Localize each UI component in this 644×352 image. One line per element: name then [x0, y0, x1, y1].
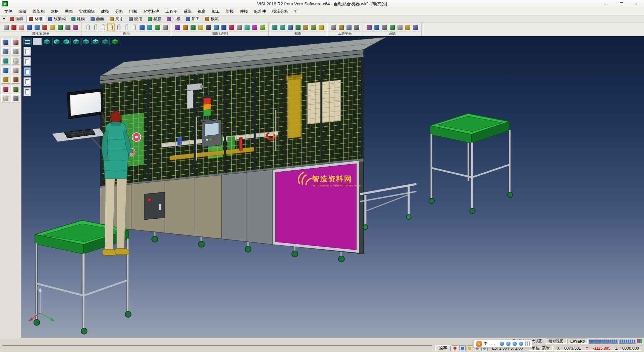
view-list-icon[interactable] — [23, 38, 32, 45]
normals-display-icon[interactable] — [161, 24, 169, 31]
menu-mesh[interactable]: 网格 — [48, 8, 62, 15]
ime-emoji-icon[interactable] — [500, 342, 504, 346]
zoom-select-icon[interactable] — [1, 38, 10, 46]
clip-plane-icon[interactable] — [235, 24, 243, 31]
calc-pad-icon[interactable] — [11, 66, 20, 74]
highlight-icon[interactable] — [467, 345, 473, 351]
shadow-icon[interactable] — [205, 24, 212, 31]
uv-display-icon[interactable] — [154, 24, 161, 31]
grid-display-icon[interactable] — [146, 24, 153, 31]
calculator-icon[interactable] — [396, 24, 404, 31]
system-gear-icon[interactable] — [381, 24, 388, 31]
tab-dimension[interactable]: 尺寸 — [107, 16, 126, 22]
light-icon[interactable] — [197, 24, 204, 31]
ime-voice-icon[interactable] — [506, 342, 511, 346]
filter-add-icon[interactable] — [33, 24, 41, 31]
menu-system[interactable]: 系统 — [180, 8, 195, 15]
slanted-plane-icon[interactable] — [412, 24, 419, 31]
sketch-grid-icon[interactable] — [1, 47, 10, 55]
background-icon[interactable] — [220, 24, 227, 31]
tsquare-icon[interactable] — [1, 76, 10, 84]
ime-keyboard-icon[interactable] — [513, 342, 517, 346]
sheet-button-1[interactable] — [23, 47, 31, 56]
menu-wireframe[interactable]: 线架构 — [30, 8, 48, 15]
snap-pin-icon[interactable] — [452, 345, 458, 351]
material-icon[interactable] — [181, 24, 189, 31]
paint-palette-icon[interactable] — [1, 85, 10, 93]
menu-drawing[interactable]: 工程图 — [162, 8, 180, 15]
view-cube-dimetric-icon[interactable] — [111, 38, 119, 45]
note-pad-icon[interactable] — [1, 94, 10, 102]
section-view-icon[interactable] — [228, 24, 235, 31]
menu-machining[interactable]: 加工 — [209, 8, 223, 15]
maximize-button[interactable] — [614, 0, 629, 8]
sheet-button-4[interactable] — [23, 77, 31, 86]
tab-molding[interactable]: 塑膜 — [145, 16, 164, 22]
hammer-tool-icon[interactable] — [11, 76, 20, 84]
menu-flow-analysis[interactable]: 模流分析 — [269, 8, 291, 15]
render-quality-icon[interactable] — [174, 24, 181, 31]
stereo-view-icon[interactable] — [259, 24, 266, 31]
measure-ruler-icon[interactable] — [404, 24, 411, 31]
dashed-display-icon[interactable] — [100, 24, 107, 31]
pan-view-icon[interactable] — [286, 24, 294, 31]
close-button[interactable]: × — [629, 0, 644, 8]
menu-analysis[interactable]: 分析 — [112, 8, 126, 15]
view-blank-icon[interactable] — [33, 38, 42, 45]
workplane-reset-icon[interactable] — [353, 24, 360, 31]
ime-punct-label[interactable]: ，。 — [490, 341, 498, 347]
menu-standard-parts[interactable]: 标准件 — [251, 8, 269, 15]
view-name-cell[interactable]: 绝对视图 — [546, 339, 567, 344]
menu-modeling[interactable]: 建模 — [98, 8, 112, 15]
workplane-view-icon[interactable] — [345, 24, 353, 31]
tab-modeling[interactable]: 建模 — [69, 16, 88, 22]
trim-scissors-icon[interactable] — [11, 38, 20, 46]
tab-die[interactable]: 冲模 — [164, 16, 183, 22]
menu-window[interactable]: 视窗 — [195, 8, 209, 15]
layer-tag-icon[interactable] — [49, 24, 56, 31]
tab-edit[interactable]: 编辑 — [7, 16, 26, 22]
menu-help[interactable]: ? — [291, 8, 300, 15]
reflection-icon[interactable] — [212, 24, 220, 31]
status-color-icon[interactable] — [637, 339, 642, 343]
view-cube-back-icon[interactable] — [62, 38, 71, 45]
layer-cell[interactable]: LAYER0 — [568, 339, 588, 344]
previous-view-icon[interactable] — [302, 24, 309, 31]
layer-stack-icon[interactable] — [11, 85, 20, 93]
color-palette-icon[interactable] — [365, 24, 373, 31]
3d-scene-canvas[interactable]: 智造资料网 INTELLIGENT MANUFACTURING DATA — [21, 36, 644, 338]
edges-display-icon[interactable] — [130, 24, 138, 31]
view-cube-bottom-icon[interactable] — [101, 38, 110, 45]
color-filter-icon[interactable] — [56, 24, 64, 31]
tab-surface[interactable]: 曲面 — [88, 16, 107, 22]
zoom-fit-icon[interactable] — [279, 24, 286, 31]
tab-flow[interactable]: 模流 — [203, 16, 221, 22]
zoom-window-icon[interactable] — [271, 24, 278, 31]
snap-grid-icon[interactable] — [388, 24, 396, 31]
view-cube-left-icon[interactable] — [72, 38, 80, 45]
menu-solid-edit[interactable]: 实体编辑 — [76, 8, 98, 15]
attribute-copy-icon[interactable] — [18, 24, 25, 31]
workplane-standard-icon[interactable] — [330, 24, 337, 31]
named-view-icon[interactable] — [310, 24, 317, 31]
animation-icon[interactable] — [251, 24, 258, 31]
orbit-rotate-icon[interactable] — [1, 57, 10, 65]
sheet-button-2[interactable] — [23, 57, 31, 66]
tab-standard[interactable]: 标准 — [26, 16, 45, 22]
menu-dimension[interactable]: 尺寸标注 — [140, 8, 162, 15]
view-cube-front-icon[interactable] — [52, 38, 61, 45]
view-cube-top-icon[interactable] — [91, 38, 100, 45]
viewport[interactable]: 智造资料网 INTELLIGENT MANUFACTURING DATA — [21, 36, 644, 338]
view-cube-iso-icon[interactable] — [43, 38, 51, 45]
sheet-button-3[interactable] — [23, 67, 31, 76]
monitor-display-icon[interactable] — [373, 24, 380, 31]
tab-machining[interactable]: 加工 — [183, 16, 202, 22]
globe-view-icon[interactable] — [1, 66, 10, 74]
menu-file[interactable]: 文件 — [1, 8, 15, 15]
mesh-display-icon[interactable] — [138, 24, 146, 31]
rendered-display-icon[interactable] — [115, 24, 122, 31]
menu-mold[interactable]: 塑模 — [223, 8, 237, 15]
sheet-button-5[interactable] — [23, 87, 31, 96]
new-sheet-icon[interactable] — [11, 57, 20, 65]
ghost-display-icon[interactable] — [123, 24, 130, 31]
